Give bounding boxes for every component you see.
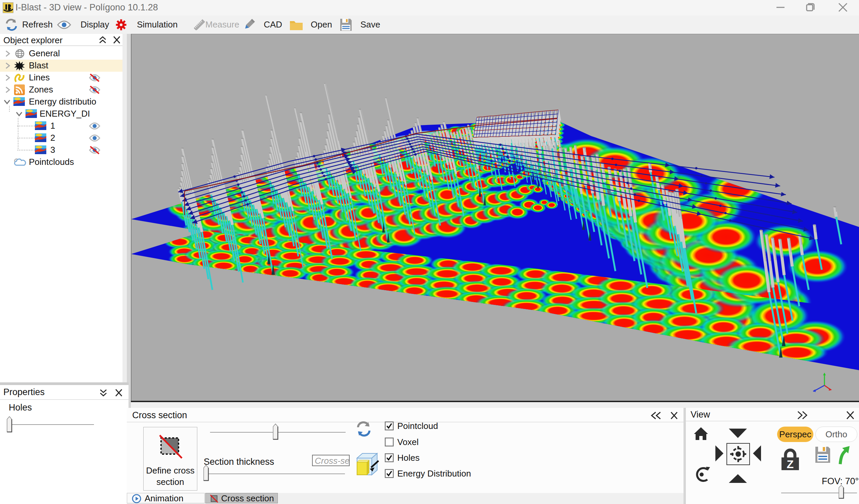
svg-text:Z: Z bbox=[787, 458, 794, 471]
